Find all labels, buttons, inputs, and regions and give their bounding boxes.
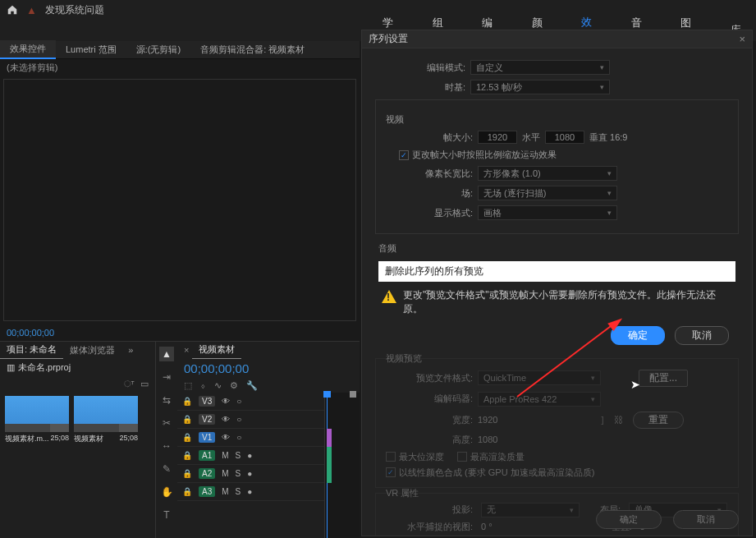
eye-icon[interactable]: 👁 <box>222 415 230 424</box>
slip-tool[interactable]: ↔ <box>159 439 174 453</box>
linear-comp-label: 以线性颜色合成 (要求 GPU 加速或最高渲染品质) <box>399 467 594 479</box>
tab-lumetri[interactable]: Lumetri 范围 <box>56 41 126 58</box>
eye-icon[interactable]: 👁 <box>222 397 230 406</box>
reset-button[interactable]: 重置 <box>633 412 684 429</box>
lock-icon[interactable]: 🔒 <box>182 397 192 406</box>
edit-mode-select[interactable]: 自定义 <box>470 60 610 75</box>
timeline-tab[interactable]: 视频素材 <box>192 341 241 359</box>
configure-button[interactable]: 配置... <box>639 370 688 387</box>
tab-media-browser[interactable]: 媒体浏览器 <box>63 342 121 359</box>
codec-select[interactable]: Apple ProRes 422 <box>478 392 601 407</box>
fields-label: 场: <box>383 187 473 200</box>
max-quality-label: 最高渲染质量 <box>470 451 525 463</box>
project-thumb[interactable]: 视频素材.m...25;08 <box>5 396 69 444</box>
no-clip-label: (未选择剪辑) <box>0 59 360 76</box>
vr-hfov-value: 0 ° <box>481 522 493 531</box>
close-icon[interactable]: × <box>739 33 745 45</box>
track-v2[interactable]: V2 <box>199 414 215 425</box>
tab-audio-mixer[interactable]: 音频剪辑混合器: 视频素材 <box>190 41 314 58</box>
tab-project[interactable]: 项目: 未命名 <box>0 341 63 359</box>
par-select[interactable]: 方形像素 (1.0) <box>478 166 617 181</box>
home-icon[interactable] <box>7 4 18 16</box>
eye-icon[interactable]: 👁 <box>222 433 230 442</box>
codec-label: 编解码器: <box>383 393 473 405</box>
track-v3[interactable]: V3 <box>199 396 215 407</box>
scale-motion-checkbox[interactable] <box>399 150 409 160</box>
height-value[interactable]: 1080 <box>478 435 497 444</box>
confirm-message: 更改"预览文件格式"或预览帧大小需要删除所有预览文件。此操作无法还原。 <box>403 288 732 316</box>
track-v1[interactable]: V1 <box>199 432 215 443</box>
preview-section: 视频预览 <box>386 352 731 365</box>
vr-proj-label: 投影: <box>383 504 473 516</box>
sequence-end <box>350 391 356 398</box>
effect-controls-empty <box>3 79 356 321</box>
par-label: 像素长宽比: <box>383 168 473 180</box>
vr-proj-select[interactable]: 无 <box>481 503 580 517</box>
tab-effect-controls[interactable]: 效果控件 <box>0 40 56 59</box>
audio-section: 音频 <box>378 242 739 255</box>
lock-icon[interactable]: 🔒 <box>182 487 192 496</box>
confirm-ok-button[interactable]: 确定 <box>611 326 665 345</box>
dialog-cancel-button[interactable]: 取消 <box>673 510 739 529</box>
mic-icon[interactable]: ● <box>247 487 252 496</box>
settings-icon[interactable]: ⚙ <box>230 380 238 391</box>
linear-comp-checkbox[interactable] <box>386 467 396 477</box>
confirm-cancel-button[interactable]: 取消 <box>675 326 729 345</box>
folder-icon[interactable]: ▭ <box>140 379 149 389</box>
tab-close-x[interactable]: × <box>184 345 189 355</box>
toggle-icon[interactable]: ○ <box>236 397 241 406</box>
audio-clip[interactable] <box>327 447 332 465</box>
track-a2[interactable]: A2 <box>199 468 215 479</box>
preview-format-label: 预览文件格式: <box>383 372 473 384</box>
warning-icon <box>382 290 396 303</box>
max-depth-checkbox[interactable] <box>386 452 396 462</box>
selection-tool[interactable]: ▲ <box>159 347 174 361</box>
vr-section: VR 属性 <box>386 487 731 499</box>
wrench-icon[interactable]: 🔧 <box>246 380 258 391</box>
frame-height-input[interactable]: 1080 <box>545 131 584 144</box>
filter-icon[interactable]: ਾ <box>124 379 134 389</box>
track-select-tool[interactable]: ⇥ <box>159 370 174 384</box>
width-label: 宽度: <box>383 414 473 426</box>
video-clip[interactable] <box>327 429 332 447</box>
ripple-tool[interactable]: ⇆ <box>159 393 174 407</box>
marker-icon[interactable]: ⬨ <box>200 380 206 391</box>
razor-tool[interactable]: ✂ <box>159 416 174 430</box>
tool-strip: ▲ ⇥ ⇆ ✂ ↔ ✎ ✋ T <box>156 342 177 538</box>
track-a3[interactable]: A3 <box>199 486 215 497</box>
toggle-icon[interactable]: ○ <box>236 433 241 442</box>
tab-source[interactable]: 源:(无剪辑) <box>126 41 190 58</box>
lock-icon[interactable]: 🔒 <box>182 451 192 460</box>
link-icon[interactable]: ∿ <box>214 380 222 391</box>
timeline-timecode[interactable]: 00;00;00;00 <box>177 358 360 379</box>
link-icon[interactable]: ⛓ <box>614 415 623 425</box>
lock-icon[interactable]: 🔒 <box>182 433 192 442</box>
track-a1[interactable]: A1 <box>199 450 215 461</box>
dialog-ok-button[interactable]: 确定 <box>596 510 662 529</box>
timebase-select[interactable]: 12.53 帧/秒 <box>470 80 610 94</box>
lock-icon[interactable]: 🔒 <box>182 469 192 478</box>
snap-icon[interactable]: ⬚ <box>184 380 192 391</box>
max-quality-checkbox[interactable] <box>457 452 467 462</box>
source-timecode: 00;00;00;00 <box>0 324 360 341</box>
frame-size-label: 帧大小: <box>383 131 473 144</box>
mic-icon[interactable]: ● <box>247 469 252 478</box>
confirm-subdialog: 删除此序列的所有预览 更改"预览文件格式"或预览帧大小需要删除所有预览文件。此操… <box>378 261 735 352</box>
lock-icon[interactable]: 🔒 <box>182 415 192 424</box>
frame-width-input[interactable]: 1920 <box>478 131 517 144</box>
display-format-select[interactable]: 画格 <box>478 205 617 220</box>
hand-tool[interactable]: ✋ <box>159 485 174 499</box>
timeline-lanes[interactable] <box>325 393 360 538</box>
mic-icon[interactable]: ● <box>247 451 252 460</box>
width-value[interactable]: 1920 <box>478 415 497 425</box>
display-format-label: 显示格式: <box>383 207 473 219</box>
type-tool[interactable]: T <box>159 508 174 522</box>
toggle-icon[interactable]: ○ <box>236 415 241 424</box>
dialog-title: 序列设置 <box>369 32 408 46</box>
fields-select[interactable]: 无场 (逐行扫描) <box>478 186 617 200</box>
project-thumb[interactable]: 视频素材25;08 <box>74 396 138 444</box>
pen-tool[interactable]: ✎ <box>159 462 174 476</box>
audio-clip[interactable] <box>327 465 332 483</box>
tab-more[interactable]: » <box>121 343 140 357</box>
thumb-preview <box>74 396 138 432</box>
